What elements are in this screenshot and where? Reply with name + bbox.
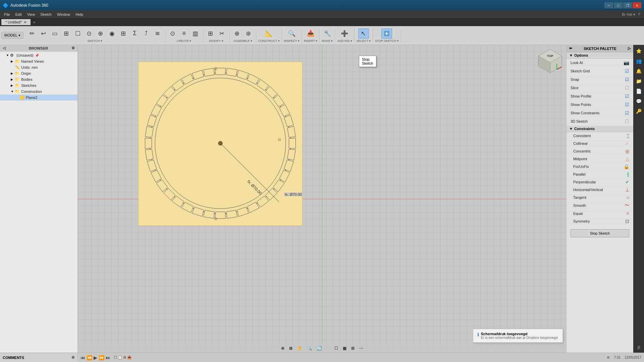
browser-settings[interactable]: ⚙ [71, 46, 75, 50]
vp-display-mode4[interactable]: ⋯ [358, 345, 365, 352]
tb-sketch-pencil[interactable]: ✏ [27, 28, 38, 39]
timeline-first[interactable]: ⏮ [80, 355, 85, 360]
help-icon[interactable]: ? [638, 12, 640, 16]
sketch-palette-expand[interactable]: ▷ [628, 46, 631, 51]
right-icon-1[interactable]: ⭐ [634, 46, 644, 56]
show-profile-checkbox[interactable]: ☑ [625, 94, 629, 99]
tb-make-1[interactable]: 🔧 [322, 28, 333, 39]
tb-cross[interactable]: ⊕ [95, 28, 106, 39]
show-points-checkbox[interactable]: ☑ [625, 102, 629, 107]
timeline-next[interactable]: ⏩ [99, 355, 104, 360]
tb-rect[interactable]: ▭ [50, 28, 60, 39]
look-at-icon[interactable]: 📷 [624, 60, 629, 65]
right-icon-3[interactable]: 🔔 [634, 66, 644, 76]
timeline-icon1[interactable]: ☐ [114, 355, 117, 360]
tb-modify-1[interactable]: ⊞ [205, 28, 216, 39]
vp-pan[interactable]: ✋ [296, 345, 304, 352]
tree-arrow-named-views[interactable]: ▶ [11, 60, 15, 63]
tb-create-2[interactable]: ≡ [179, 28, 190, 39]
tb-modify-2[interactable]: ✂ [217, 28, 227, 39]
timeline-play[interactable]: ▶ [94, 355, 97, 360]
tab-close-icon[interactable]: ✕ [24, 20, 26, 24]
tb-circle[interactable]: ⊙ [84, 28, 95, 39]
option-sketch-grid[interactable]: Sketch Grid ☑ [567, 67, 633, 75]
timeline-icon2[interactable]: 📋 [118, 355, 122, 360]
timeline-last[interactable]: ⏭ [106, 355, 110, 360]
snap-checkbox[interactable]: ☑ [625, 77, 629, 82]
option-show-points[interactable]: Show Points ☑ [567, 101, 633, 109]
tree-item-plane2[interactable]: ▶ 🟡 Plane2 [0, 95, 77, 101]
tree-item-named-views[interactable]: ▶ 📁 Named Views [0, 58, 77, 64]
option-3d-sketch[interactable]: 3D Sketch ☐ [567, 117, 633, 126]
sketch-grid-checkbox[interactable]: ☑ [625, 68, 629, 74]
vp-zoom[interactable]: 🔍 [305, 345, 314, 352]
new-tab-button[interactable]: + [31, 19, 38, 25]
tb-sigma[interactable]: Σ [129, 28, 140, 39]
expand-icon[interactable]: ◁ [3, 46, 5, 50]
constraint-fixunfix[interactable]: Fix/UnFix 🔒 [567, 163, 633, 171]
tb-stop-sketch-icon[interactable] [381, 28, 392, 39]
vp-display-mode1[interactable]: ☐ [333, 345, 340, 352]
constraints-section-title[interactable]: ▼ Constraints [567, 126, 633, 132]
constraint-midpoint[interactable]: Midpoint △ [567, 155, 633, 163]
slice-checkbox[interactable]: ☐ [625, 85, 629, 90]
nav-cube[interactable]: TOP [537, 48, 564, 74]
right-icon-7[interactable]: 🔑 [634, 107, 644, 116]
pin-icon[interactable]: 📌 [35, 54, 39, 57]
comments-settings[interactable]: ⚙ [71, 355, 75, 360]
tb-construct-1[interactable]: 📐 [264, 28, 274, 39]
viewport[interactable]: fx: Ø70.00 ⊡ ⊡ ⊡ fx: Ø70.00 TOP [78, 45, 566, 353]
maximize-button[interactable]: □ [614, 2, 623, 8]
constraint-coincident[interactable]: Coincident ⌶ [567, 132, 633, 140]
menu-window[interactable]: Window [54, 12, 73, 17]
vp-center[interactable]: ⊕ [279, 345, 286, 352]
vp-display-mode3[interactable]: ⊞ [350, 345, 356, 352]
constraint-collinear[interactable]: Collinear ⟋ [567, 140, 633, 147]
constraint-symmetry[interactable]: Symmetry ⊡ [567, 218, 633, 225]
tree-item-bodies[interactable]: ▶ 📁 Bodies [0, 76, 77, 82]
constraint-equal[interactable]: Equal = [567, 210, 633, 218]
constraint-horizontal-vertical[interactable]: Horizontal/Vertical ⊥ [567, 186, 633, 194]
option-show-constraints[interactable]: Show Constraints ☑ [567, 109, 633, 117]
menu-view[interactable]: View [24, 12, 38, 17]
tb-grid[interactable]: ⊞ [61, 28, 72, 39]
3d-sketch-checkbox[interactable]: ☐ [625, 119, 629, 124]
tb-create-3[interactable]: ▥ [190, 28, 201, 39]
tree-item-origin[interactable]: ▶ 📁 Origin [0, 70, 77, 76]
tb-create-1[interactable]: ⊙ [167, 28, 178, 39]
tb-export[interactable]: ⤴ [141, 28, 152, 39]
tb-undo[interactable]: ↩ [38, 28, 49, 39]
tab-untitled[interactable]: * Untitled* ✕ [1, 19, 31, 25]
tb-assemble-2[interactable]: ⊛ [243, 28, 254, 39]
tb-grid2[interactable]: ⊞ [118, 28, 129, 39]
show-constraints-checkbox[interactable]: ☑ [625, 110, 629, 116]
menu-help[interactable]: Help [73, 12, 86, 17]
tb-insert-1[interactable]: 📥 [305, 28, 316, 39]
tb-box[interactable]: ☐ [72, 28, 83, 39]
stop-sketch-palette-button[interactable]: Stop Sketch [571, 229, 629, 237]
close-button[interactable]: ✕ [633, 2, 641, 8]
tree-item-unsaved[interactable]: ▼ ⚙ (Unsaved) 📌 [0, 52, 77, 58]
option-look-at[interactable]: Look At 📷 [567, 59, 633, 67]
tb-inspect-1[interactable]: 🔍 [286, 28, 297, 39]
constraint-smooth[interactable]: Smooth 〜 [567, 201, 633, 210]
constraint-concentric[interactable]: Concentric ◎ [567, 147, 633, 155]
constraint-parallel[interactable]: Parallel ∥ [567, 171, 633, 178]
tb-select-1[interactable]: ↖ [358, 28, 369, 39]
tb-assemble-1[interactable]: ⊕ [232, 28, 243, 39]
constraint-tangent[interactable]: Tangent ○ [567, 194, 633, 201]
right-icon-2[interactable]: 👥 [634, 56, 644, 66]
menu-file[interactable]: File [1, 12, 13, 17]
option-slice[interactable]: Slice ☐ [567, 84, 633, 92]
tb-addins-1[interactable]: ➕ [339, 28, 350, 39]
option-show-profile[interactable]: Show Profile ☑ [567, 92, 633, 101]
right-icon-5[interactable]: 📄 [634, 86, 644, 96]
right-icon-4[interactable]: 📁 [634, 76, 644, 86]
tree-arrow-unsaved[interactable]: ▼ [6, 54, 10, 57]
settings-icon[interactable]: ⚙ [607, 356, 610, 359]
tree-arrow-bodies[interactable]: ▶ [11, 78, 15, 81]
right-icon-6[interactable]: 💬 [634, 97, 644, 106]
tree-arrow-construction[interactable]: ▼ [11, 90, 15, 93]
tree-item-sketches[interactable]: ▶ 📁 Sketches [0, 82, 77, 88]
timeline-prev[interactable]: ⏪ [87, 355, 92, 360]
